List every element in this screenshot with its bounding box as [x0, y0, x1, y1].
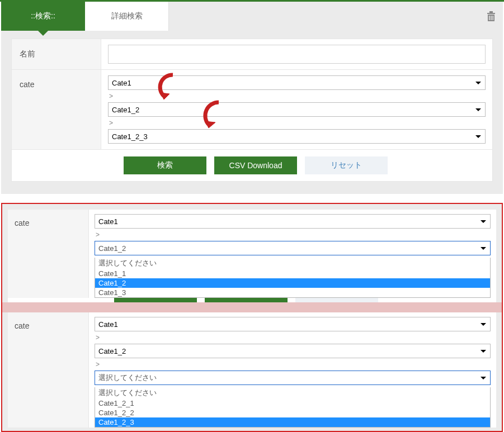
svg-rect-1 [489, 11, 493, 13]
cate-select-1[interactable]: Cate1 [108, 75, 486, 90]
panel-divider [2, 302, 502, 312]
tab-search-label: ::検索:: [31, 11, 55, 21]
trash-button[interactable] [479, 2, 503, 31]
svg-rect-0 [487, 13, 495, 14]
p3-opt-cate1-2-2[interactable]: Cate1_2_2 [95, 408, 490, 417]
label-name: 名前 [12, 39, 101, 69]
example-panel-level3: cate Cate1 > Cate1_2 > 選択してください 選択してください [8, 312, 496, 428]
p2-opt-cate1-2[interactable]: Cate1_2 [95, 278, 490, 288]
p3-opt-cate1-2-3[interactable]: Cate1_2_3 [95, 417, 490, 427]
tab-advanced-label: 詳細検索 [111, 11, 143, 21]
p3-opt-cate1-2-1[interactable]: Cate1_2_1 [95, 398, 490, 408]
p3-cate-select-2[interactable]: Cate1_2 [95, 344, 491, 358]
p3-cate-select-3-dropdown[interactable]: 選択してください Cate1_2_1 Cate1_2_2 Cate1_2_3 [95, 387, 491, 428]
cate-sep-1: > [108, 92, 486, 100]
tab-advanced[interactable]: 詳細検索 [85, 2, 169, 31]
label-cate-p3: cate [8, 312, 89, 428]
svg-rect-5 [493, 16, 494, 20]
label-cate: cate [12, 70, 101, 149]
p2-cate-select-2[interactable]: Cate1_2 [95, 241, 491, 255]
p3-opt-placeholder[interactable]: 選択してください [95, 387, 490, 398]
name-input[interactable] [108, 45, 486, 64]
p2-opt-placeholder[interactable]: 選択してください [95, 258, 490, 269]
tab-search[interactable]: ::検索:: [1, 2, 85, 31]
p2-opt-cate1-1[interactable]: Cate1_1 [95, 269, 490, 278]
p2-cate-sep-1: > [95, 231, 491, 239]
example-panel-level2: cate Cate1 > Cate1_2 選択してください Cate1_1 Ca… [8, 210, 496, 298]
p3-cate-select-3[interactable]: 選択してください [95, 371, 491, 385]
trash-icon [486, 11, 496, 22]
p3-cate-sep-2: > [95, 360, 491, 368]
p2-opt-cate1-3[interactable]: Cate1_3 [95, 288, 490, 297]
row-cate: cate Cate1 > Cate1_2 > Cate1_2_3 [12, 70, 492, 150]
search-tabs: ::検索:: 詳細検索 [1, 2, 503, 31]
example-panels: cate Cate1 > Cate1_2 選択してください Cate1_1 Ca… [1, 203, 503, 432]
search-button[interactable]: 検索 [124, 156, 206, 174]
csv-download-button[interactable]: CSV Download [214, 156, 297, 174]
p3-cate-sep-1: > [95, 334, 491, 341]
p3-cate-select-1[interactable]: Cate1 [95, 317, 491, 331]
reset-button[interactable]: リセット [305, 156, 388, 174]
cate-select-3[interactable]: Cate1_2_3 [108, 129, 486, 144]
cate-select-2[interactable]: Cate1_2 [108, 102, 486, 117]
search-panel: ::検索:: 詳細検索 名前 cate [1, 2, 503, 194]
row-name: 名前 [12, 39, 492, 70]
action-buttons: 検索 CSV Download リセット [12, 150, 492, 181]
p2-cate-select-2-dropdown[interactable]: 選択してください Cate1_1 Cate1_2 Cate1_3 [95, 258, 491, 298]
p2-cate-select-1[interactable]: Cate1 [95, 214, 491, 229]
svg-rect-3 [489, 16, 490, 20]
svg-rect-4 [491, 16, 492, 20]
p2-search-button[interactable]: 検索 [114, 298, 197, 302]
p2-buttons-clipped: 検索 CSV Download リセット [8, 298, 496, 302]
label-cate-p2: cate [8, 210, 89, 298]
search-form: 名前 cate Cate1 > Cate1_2 > [11, 39, 493, 182]
p2-csv-button[interactable]: CSV Download [205, 298, 288, 302]
cate-sep-2: > [108, 119, 486, 127]
p2-reset-button[interactable]: リセット [295, 298, 378, 302]
